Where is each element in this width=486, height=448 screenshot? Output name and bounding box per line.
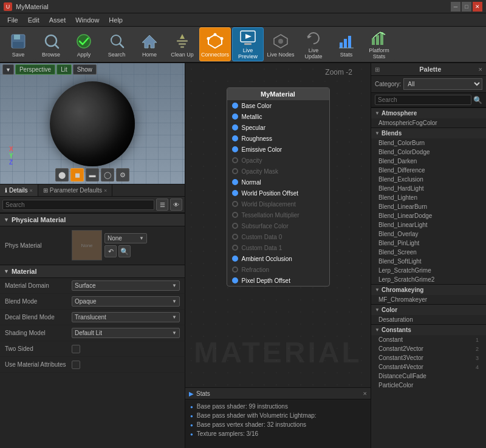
palette-item-atmosphericfogcolor[interactable]: AtmosphericFogColor: [371, 118, 486, 127]
material-domain-dropdown[interactable]: Surface ▼: [72, 280, 180, 291]
palette-category-select[interactable]: All: [403, 78, 482, 90]
palette-item-blend-exclusion[interactable]: Blend_Exclusion: [371, 175, 486, 184]
maximize-button[interactable]: □: [462, 2, 471, 12]
palette-item-blend-overlay[interactable]: Blend_Overlay: [371, 229, 486, 239]
phys-material-reset[interactable]: ↶: [104, 245, 117, 257]
palette-search-input[interactable]: [375, 95, 471, 105]
search-button[interactable]: Search: [101, 27, 132, 61]
apply-button[interactable]: Apply: [68, 27, 100, 61]
decal-blend-mode-dropdown[interactable]: Translucent ▼: [72, 312, 180, 322]
palette-item-mf-chromakeyer[interactable]: MF_Chromakeyer: [371, 295, 486, 304]
cleanup-button[interactable]: Clean Up: [166, 27, 198, 61]
phys-material-dropdown[interactable]: None ▼: [104, 233, 147, 243]
pin-world-position-offset[interactable]: World Position Offset: [227, 188, 329, 199]
viewport-dropdown-button[interactable]: ▼: [2, 64, 14, 75]
pin-pixel-depth-offset[interactable]: Pixel Depth Offset: [227, 275, 329, 286]
home-button[interactable]: Home: [134, 27, 165, 61]
menu-help[interactable]: Help: [104, 15, 128, 25]
palette-item-blend-lineardodge[interactable]: Blend_LinearDodge: [371, 211, 486, 220]
menu-edit[interactable]: Edit: [23, 15, 44, 25]
two-sided-checkbox[interactable]: [72, 345, 80, 353]
palette-item-constant3vector[interactable]: Constant3Vector3: [371, 353, 486, 362]
close-button[interactable]: ✕: [473, 2, 482, 12]
preview-shape-active[interactable]: ◼: [70, 168, 84, 182]
menu-asset[interactable]: Asset: [44, 15, 71, 25]
preview-shape-sphere[interactable]: ⬤: [55, 168, 69, 182]
palette-item-constant4vector[interactable]: Constant4Vector4: [371, 362, 486, 372]
pin-subsurface-color[interactable]: Subsurface Color: [227, 220, 329, 231]
palette-item-distancecullfade[interactable]: DistanceCullFade: [371, 372, 486, 381]
palette-group-constants[interactable]: ▼ Constants: [371, 324, 486, 335]
palette-group-blends[interactable]: ▼ Blends: [371, 127, 486, 138]
palette-item-blend-softlight[interactable]: Blend_SoftLight: [371, 257, 486, 266]
palette-item-desaturation[interactable]: Desaturation: [371, 315, 486, 324]
stats-close-button[interactable]: ×: [363, 390, 367, 397]
preview-settings[interactable]: ⚙: [116, 168, 129, 182]
save-button[interactable]: Save: [2, 27, 34, 61]
perspective-button[interactable]: Perspective: [15, 64, 55, 75]
material-canvas[interactable]: Zoom -2 MyMaterial Base Color Metallic S…: [185, 63, 371, 387]
pin-base-color[interactable]: Base Color: [227, 100, 329, 111]
details-tab-close[interactable]: ×: [30, 188, 33, 194]
tab-parameter-defaults[interactable]: ⊞ Parameter Defaults ×: [38, 185, 112, 196]
material-node[interactable]: MyMaterial Base Color Metallic Specular …: [227, 87, 330, 287]
pin-metallic[interactable]: Metallic: [227, 111, 329, 122]
details-list-view-button[interactable]: ☰: [156, 199, 168, 211]
palette-group-color[interactable]: ▼ Color: [371, 304, 486, 315]
connectors-button[interactable]: Connectors: [199, 27, 231, 61]
palette-item-lerp-scratchgrime[interactable]: Lerp_ScratchGrime: [371, 266, 486, 275]
menu-window[interactable]: Window: [70, 15, 104, 25]
pin-refraction[interactable]: Refraction: [227, 264, 329, 275]
menu-file[interactable]: File: [2, 15, 23, 25]
palette-item-particlecolor[interactable]: ParticleColor: [371, 381, 486, 390]
pin-ambient-occlusion[interactable]: Ambient Occlusion: [227, 253, 329, 264]
browse-button[interactable]: Browse: [35, 27, 67, 61]
shading-model-dropdown[interactable]: Default Lit ▼: [72, 328, 180, 338]
lit-button[interactable]: Lit: [56, 64, 72, 75]
pin-emissive-color[interactable]: Emissive Color: [227, 144, 329, 155]
param-tab-close[interactable]: ×: [104, 188, 107, 194]
pin-world-displacement[interactable]: World Displacement: [227, 199, 329, 209]
palette-close-button[interactable]: ×: [479, 66, 482, 73]
pin-roughness[interactable]: Roughness: [227, 133, 329, 144]
palette-item-lerp-scratchgrime2[interactable]: Lerp_ScratchGrime2: [371, 275, 486, 284]
palette-item-blend-difference[interactable]: Blend_Difference: [371, 166, 486, 175]
palette-item-blend-lighten[interactable]: Blend_Lighten: [371, 193, 486, 202]
palette-item-blend-hardlight[interactable]: Blend_HardLight: [371, 184, 486, 193]
physical-material-section-header[interactable]: ▼ Physical Material: [0, 213, 185, 226]
minimize-button[interactable]: ─: [451, 2, 460, 12]
platformstats-button[interactable]: Platform Stats: [363, 27, 395, 61]
pin-opacity-mask[interactable]: Opacity Mask: [227, 166, 329, 177]
pin-custom-data-1[interactable]: Custom Data 1: [227, 242, 329, 253]
preview-shape-plane[interactable]: ▬: [86, 168, 99, 182]
palette-group-atmosphere[interactable]: ▼ Atmosphere: [371, 107, 486, 118]
blend-mode-dropdown[interactable]: Opaque ▼: [72, 296, 180, 307]
pin-tessellation-multiplier[interactable]: Tessellation Multiplier: [227, 209, 329, 220]
stats-button[interactable]: Stats: [330, 27, 362, 61]
palette-item-blend-linearburn[interactable]: Blend_LinearBurn: [371, 202, 486, 211]
palette-item-blend-linearlight[interactable]: Blend_LinearLight: [371, 220, 486, 229]
material-section-header[interactable]: ▼ Material: [0, 265, 185, 278]
pin-opacity[interactable]: Opacity: [227, 155, 329, 166]
show-button[interactable]: Show: [73, 64, 97, 75]
tab-details[interactable]: ℹ Details ×: [0, 185, 38, 196]
palette-item-blend-pinlight[interactable]: Blend_PinLight: [371, 239, 486, 248]
palette-item-blend-screen[interactable]: Blend_Screen: [371, 248, 486, 257]
palette-group-chromakeying[interactable]: ▼ Chromakeying: [371, 284, 486, 295]
livepreview-button[interactable]: Live Preview: [232, 27, 264, 61]
livenodes-button[interactable]: Live Nodes: [265, 27, 296, 61]
palette-item-blend-colordodge[interactable]: Blend_ColorDodge: [371, 148, 486, 157]
viewport[interactable]: ▼ Perspective Lit Show X Y Z ⬤ ◼ ▬ ◯ ⚙: [0, 63, 185, 185]
palette-item-constant2vector[interactable]: Constant2Vector2: [371, 344, 486, 353]
preview-shape-cylinder[interactable]: ◯: [101, 168, 114, 182]
phys-material-find[interactable]: 🔍: [118, 245, 131, 257]
palette-item-blend-darken[interactable]: Blend_Darken: [371, 157, 486, 166]
pin-specular[interactable]: Specular: [227, 122, 329, 133]
pin-normal[interactable]: Normal: [227, 177, 329, 188]
details-options-button[interactable]: 👁: [170, 199, 182, 211]
use-material-attributes-checkbox[interactable]: [72, 361, 80, 369]
palette-item-constant[interactable]: Constant1: [371, 335, 486, 344]
details-search-input[interactable]: [2, 200, 154, 210]
liveupdate-button[interactable]: Live Update: [298, 27, 329, 61]
palette-item-blend-colorburn[interactable]: Blend_ColorBurn: [371, 138, 486, 148]
